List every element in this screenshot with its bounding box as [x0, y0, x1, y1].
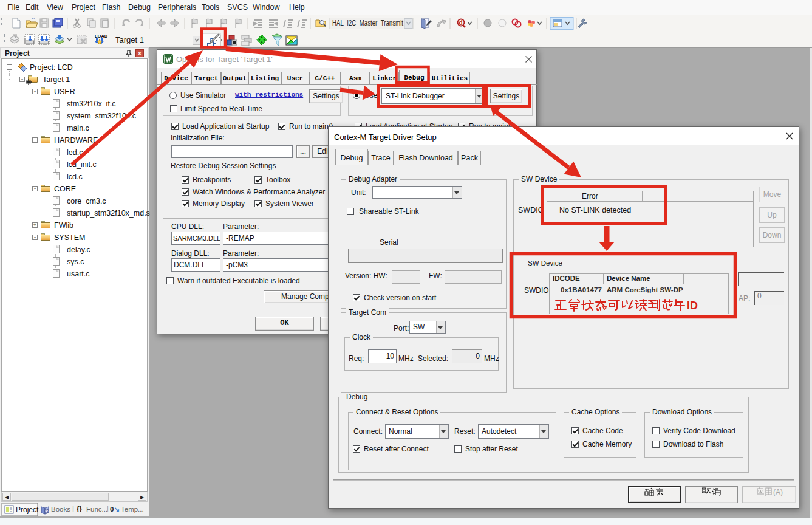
svg-text:ID: ID	[687, 300, 698, 312]
svg-text:(A): (A)	[773, 488, 783, 496]
svg-text:?: ?	[46, 509, 49, 514]
svg-text:d: d	[459, 19, 463, 26]
svg-text:LOAD: LOAD	[95, 33, 108, 39]
svg-text:HAL_I2C_Master_Transmit: HAL_I2C_Master_Transmit	[332, 19, 404, 27]
svg-text:Target 1: Target 1	[115, 35, 144, 44]
